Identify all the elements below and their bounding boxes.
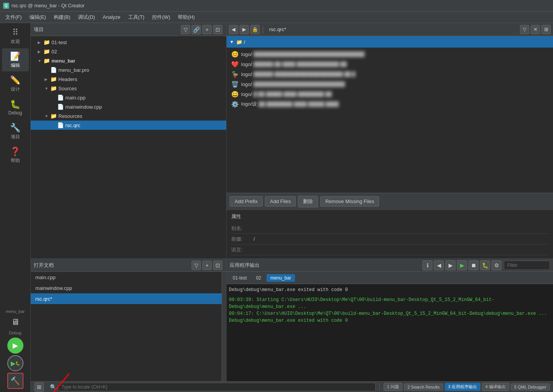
lang-label: 语言: [231,246,250,253]
menu-bar: 文件(F) 编辑(E) 构建(B) 调试(D) Analyze 工具(T) 控件… [0,12,553,23]
tree-02[interactable]: ▶ 📁 02 [31,47,226,56]
output-panel: 应用程序输出 ℹ ◀ ▶ ▶ ⏹ 🐛 ⚙ 01-test [227,259,553,381]
output-tab-menubar[interactable]: menu_bar [267,274,295,282]
output-label: 应用程序输出 [230,262,260,269]
project-panel: 项目 ▽ 🔗 + ⊡ ▶ 📁 01-test ▶ [31,23,227,258]
output-content: Debug\debug\menu_bar.exe exited with cod… [227,284,553,381]
status-bar: ⊞ 🔍 1 问题 2 Search Results 3 应用程序输出 4 编译输… [31,381,553,392]
sidebar-help[interactable]: ❓ 帮助 [2,144,29,167]
lock-btn[interactable]: 🔒 [250,25,260,34]
res-item-0[interactable]: 😊 logo/ ████████████████████████████████… [227,49,553,59]
status-tab-search[interactable]: 2 Search Results [404,384,443,390]
docs-scrollbar[interactable] [222,272,226,381]
menu-help[interactable]: 帮助(H) [174,12,199,22]
prefix-label: 前缀: [231,236,250,243]
status-tab-compile[interactable]: 4 编译输出 [482,383,509,391]
remove-missing-button[interactable]: Remove Missing Files [320,196,379,207]
tree-resources[interactable]: ▼ 📁 Resources [31,111,226,121]
add-btn[interactable]: + [202,25,212,34]
output-debug-btn[interactable]: 🐛 [480,260,490,270]
output-tab-01test[interactable]: 01-test [229,274,251,282]
res-item-5[interactable]: ⚙️ logo/设 ██ ████████ ████ █████ ████ [227,99,553,109]
sidebar-welcome[interactable]: ⠿ 欢迎 [2,25,29,48]
res-item-4[interactable]: 😀 logo/ █ ██ █████ ████ ████████ ██ [227,89,553,99]
open-docs-panel: 打开文档 ▽ + ⊡ main.cpp mainwindow.cpp rsc.q… [31,259,227,381]
menu-btn[interactable]: ⊞ [541,25,551,34]
open-docs-add[interactable]: + [202,261,212,270]
sidebar-debug-top[interactable]: 🐛 Debug [2,96,29,119]
debug-icon-top: 🐛 [10,99,20,109]
menu-controls[interactable]: 控件(W) [148,12,174,22]
doc-maincpp[interactable]: main.cpp [31,272,222,283]
doc-rscqrc[interactable]: rsc.qrc* [31,293,222,304]
res-item-1[interactable]: ❤️ logo/ ██████ ██ ████ █████████████ ██ [227,59,553,69]
status-tab-issues[interactable]: 1 问题 [384,383,402,391]
tree-menubar[interactable]: ▼ 📁 menu_bar [31,56,226,65]
open-docs-expand[interactable]: ▽ [192,261,201,270]
output-info-btn[interactable]: ℹ [422,260,432,270]
open-docs-close[interactable]: ⊡ [213,261,222,270]
status-tab-qml[interactable]: 5 QML Debugger [511,384,550,390]
sidebar-toggle[interactable]: ⊞ [35,382,44,392]
sidebar-edit[interactable]: 📝 编辑 [2,48,29,71]
alias-row: 别名: [231,223,548,234]
open-docs-list: main.cpp mainwindow.cpp rsc.qrc* [31,272,222,381]
resource-editor-panel: ◀ ▶ 🔒 rsc.qrc* ▽ ✕ ⊞ ▼ 📁 / [227,23,553,258]
link-btn[interactable]: 🔗 [192,25,201,34]
locate-input[interactable] [58,383,376,391]
menu-edit[interactable]: 编辑(E) [26,12,50,22]
back-btn[interactable]: ◀ [229,25,238,34]
app-icon: Q [3,3,9,9]
build-button[interactable]: 🔨 [7,373,23,389]
bottom-section: 打开文档 ▽ + ⊡ main.cpp mainwindow.cpp rsc.q… [31,258,553,381]
menu-debug[interactable]: 调试(D) [74,12,99,22]
add-files-button[interactable]: Add Files [265,196,296,207]
output-stop-btn[interactable]: ⏹ [469,260,478,270]
menu-build[interactable]: 构建(B) [50,12,74,22]
tree-sources[interactable]: ▼ 📁 Sources [31,84,226,93]
menu-file[interactable]: 文件(F) [2,12,26,22]
delete-button[interactable]: 删除 [298,196,318,207]
editor-tab-label[interactable]: rsc.qrc* [266,25,289,34]
filter-input[interactable] [504,261,550,270]
tree-01test[interactable]: ▶ 📁 01-test [31,38,226,47]
tree-pro[interactable]: 📄 menu_bar.pro [31,65,226,74]
doc-mainwindowcpp[interactable]: mainwindow.cpp [31,283,222,293]
sidebar-project[interactable]: 🔧 项目 [2,120,29,143]
expand-btn[interactable]: ⊡ [213,25,222,34]
resource-list-header: ▼ 📁 / [227,36,553,48]
run-button[interactable]: ▶ [7,337,23,354]
prefix-row: 前缀: / [231,234,548,245]
filter-btn[interactable]: ▽ [181,25,190,34]
close-btn[interactable]: ✕ [531,25,540,34]
debug-run-button[interactable]: ▶ 🐛 [7,355,23,371]
search-icon: 🔍 [50,384,56,390]
sidebar-monitor[interactable]: 🖥 [6,315,25,329]
tree-rscqrc[interactable]: 📄 rsc.qrc [31,121,226,130]
title-bar: Q rsc.qrc @ menu_bar - Qt Creator [0,0,553,12]
sidebar-design[interactable]: ✏️ 设计 [2,72,29,95]
tree-mainwindowcpp[interactable]: 📄 mainwindow.cpp [31,102,226,111]
sidebar-debug-label: Debug [9,331,21,335]
menu-tools[interactable]: 工具(T) [124,12,149,22]
help-icon: ❓ [10,147,20,157]
output-prev-btn[interactable]: ◀ [434,260,444,270]
output-run-btn[interactable]: ▶ [457,260,467,270]
tree-headers[interactable]: ▶ 📁 Headers [31,74,226,84]
output-settings-btn[interactable]: ⚙ [492,260,502,270]
forward-btn[interactable]: ▶ [240,25,249,34]
tree-maincpp[interactable]: 📄 main.cpp [31,93,226,102]
output-next-btn[interactable]: ▶ [445,260,455,270]
output-line-1: 00:03:39: Starting C:\Users\HUIO\Desktop… [229,296,551,310]
prefix-value: / [253,236,255,242]
dropdown-btn[interactable]: ▽ [520,25,529,34]
output-tab-02[interactable]: 02 [252,274,265,282]
add-prefix-button[interactable]: Add Prefix [230,196,263,207]
res-item-3[interactable]: 🗑️ logo/ ████████████████████████████ [227,79,553,89]
output-toolbar: 应用程序输出 ℹ ◀ ▶ ▶ ⏹ 🐛 ⚙ [227,259,553,272]
menu-analyze[interactable]: Analyze [99,13,124,22]
design-icon: ✏️ [10,75,20,85]
status-tab-output[interactable]: 3 应用程序输出 [445,383,480,391]
res-item-2[interactable]: 🦆 logo/ ██████ █████████████████████ ██ … [227,69,553,79]
window-title: rsc.qrc @ menu_bar - Qt Creator [12,3,84,8]
